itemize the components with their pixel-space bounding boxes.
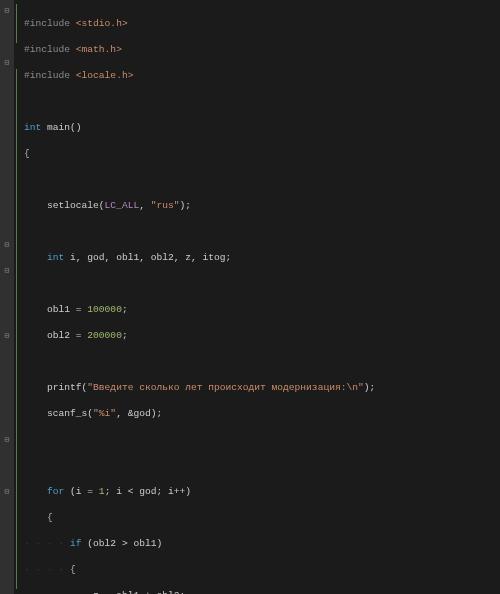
code-area[interactable]: #include <stdio.h> #include <math.h> #in… (20, 0, 473, 594)
code-line: int i, god, obl1, obl2, z, itog; (24, 251, 473, 264)
fold-icon[interactable]: ⊟ (0, 56, 14, 69)
fold-icon[interactable]: ⊟ (0, 238, 14, 251)
code-line: · · · · if (obl2 > obl1) (24, 537, 473, 550)
code-line: int main() (24, 121, 473, 134)
code-editor[interactable]: ⊟ ⊟ ⊟ ⊟ ⊟ ⊟ ⊟ #include <stdio.h> #includ… (0, 0, 500, 594)
code-line: obl1 = 100000; (24, 303, 473, 316)
code-line: setlocale(LC_ALL, "rus"); (24, 199, 473, 212)
code-line: #include <locale.h> (24, 69, 473, 82)
code-line: · · · · { (24, 563, 473, 576)
fold-icon[interactable]: ⊟ (0, 485, 14, 498)
code-line: #include <stdio.h> (24, 17, 473, 30)
fold-icon[interactable]: ⊟ (0, 4, 14, 17)
fold-icon[interactable]: ⊟ (0, 433, 14, 446)
code-line: { (24, 147, 473, 160)
fold-gutter: ⊟ ⊟ ⊟ ⊟ ⊟ ⊟ ⊟ (0, 0, 14, 594)
code-line: obl2 = 200000; (24, 329, 473, 342)
code-line: printf("Введите сколько лет происходит м… (24, 381, 473, 394)
code-line: · · · · · · z = obl1 + obl2; (24, 589, 473, 594)
code-line: scanf_s("%i", &god); (24, 407, 473, 420)
fold-icon[interactable]: ⊟ (0, 264, 14, 277)
indent-guides (14, 0, 20, 594)
fold-icon[interactable]: ⊟ (0, 329, 14, 342)
code-line: for (i = 1; i < god; i++) (24, 485, 473, 498)
code-line: #include <math.h> (24, 43, 473, 56)
code-line: { (24, 511, 473, 524)
